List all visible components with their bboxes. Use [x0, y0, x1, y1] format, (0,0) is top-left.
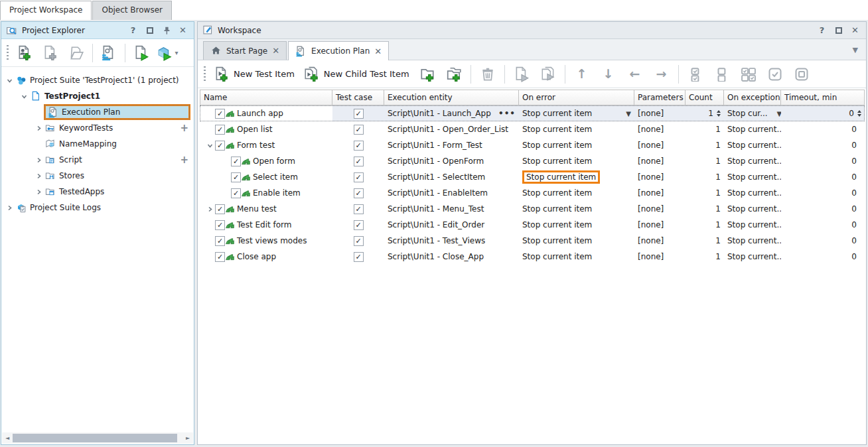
new-group-button[interactable] — [415, 63, 439, 86]
on-exception-cell[interactable]: Stop cur...▼ — [724, 105, 781, 121]
tree-expand-icon[interactable] — [4, 77, 15, 84]
execution-entity-cell[interactable]: Script\Unit1 - EnableItem — [384, 185, 519, 201]
column-header-timeout-min[interactable]: Timeout, min — [781, 90, 865, 105]
enable-checkbox-button[interactable] — [763, 63, 787, 86]
timeout-cell[interactable]: 0 — [781, 153, 865, 169]
uncheck-all-button[interactable] — [710, 63, 734, 86]
checkbox[interactable]: ✓ — [215, 125, 225, 135]
toolbar-grip[interactable] — [7, 45, 9, 61]
timeout-cell[interactable]: 0 — [781, 201, 865, 217]
column-header-test-case[interactable]: Test case — [332, 90, 384, 105]
pin-button[interactable] — [160, 25, 173, 36]
doc-tab-execution-plan[interactable]: Execution Plan✕ — [288, 41, 389, 60]
tab-project-workspace[interactable]: Project Workspace — [0, 1, 92, 20]
checkbox[interactable]: ✓ — [215, 109, 225, 119]
close-panel-button[interactable]: ✕ — [849, 25, 861, 36]
name-cell[interactable]: ✓Menu test — [200, 201, 332, 217]
checkbox[interactable]: ✓ — [231, 188, 241, 198]
test-case-cell[interactable]: ✓ — [332, 153, 384, 169]
spinner-control[interactable] — [717, 110, 721, 117]
test-item-row-test-edit-form[interactable]: ✓Test Edit form✓Script\Unit1 - Edit_Orde… — [200, 217, 865, 233]
name-cell[interactable]: ✓Launch app — [200, 105, 332, 121]
name-cell[interactable]: ✓Form test — [200, 137, 332, 153]
test-item-row-menu-test[interactable]: ✓Menu test✓Script\Unit1 - Menu_TestStop … — [200, 201, 865, 217]
tree-expand-icon[interactable] — [33, 157, 44, 164]
close-tab-icon[interactable]: ✕ — [272, 46, 279, 56]
tree-item-project-suite-logs[interactable]: Project Suite Logs — [1, 200, 194, 216]
on-exception-cell[interactable]: Stop current... — [724, 185, 781, 201]
name-cell[interactable]: ✓Open list — [200, 121, 332, 137]
horizontal-scrollbar[interactable]: ◄ ► — [2, 432, 193, 444]
run-selected-item-button[interactable] — [510, 63, 534, 86]
timeout-cell[interactable]: 0 — [781, 105, 865, 121]
count-cell[interactable]: 1 — [686, 233, 724, 249]
column-header-count[interactable]: Count — [686, 90, 724, 105]
count-cell[interactable]: 1 — [686, 153, 724, 169]
move-right-button[interactable]: → — [650, 63, 674, 86]
on-error-cell[interactable]: Stop current item — [519, 217, 634, 233]
tree-expand-icon[interactable] — [33, 172, 44, 180]
on-exception-cell[interactable]: Stop current... — [724, 153, 781, 169]
checkbox[interactable]: ✓ — [354, 125, 364, 135]
timeout-cell[interactable]: 0 — [781, 169, 865, 185]
add-new-project-button[interactable] — [13, 42, 36, 64]
column-header-execution-entity[interactable]: Execution entity — [384, 90, 519, 105]
name-cell[interactable]: ✓Close app — [200, 249, 332, 265]
close-panel-button[interactable]: ✕ — [177, 25, 189, 36]
disable-checkbox-button[interactable] — [790, 63, 814, 86]
on-exception-cell[interactable]: Stop current... — [724, 201, 781, 217]
on-error-cell[interactable]: Stop current item — [519, 121, 634, 137]
on-error-cell[interactable]: Stop current item — [519, 169, 634, 185]
tree-item-namemapping[interactable]: NameMapping — [1, 136, 194, 152]
execution-entity-cell[interactable]: Script\Unit1 - Menu_Test — [384, 201, 519, 217]
test-case-cell[interactable]: ✓ — [332, 201, 384, 217]
count-cell[interactable]: 1 — [686, 169, 724, 185]
row-expand-icon[interactable] — [205, 142, 215, 149]
tree-item-execution-plan[interactable]: Execution Plan — [1, 104, 194, 120]
run-project-button[interactable] — [129, 42, 153, 64]
checkbox[interactable]: ✓ — [354, 157, 364, 166]
timeout-cell[interactable]: 0 — [781, 185, 865, 201]
on-error-cell[interactable]: Stop current item — [519, 233, 634, 249]
organize-tests-button[interactable] — [97, 42, 121, 64]
dropdown-caret-icon[interactable]: ▼ — [626, 110, 631, 117]
on-error-cell[interactable]: Stop current item — [519, 153, 634, 169]
count-cell[interactable]: 1 — [686, 249, 724, 265]
tree-expand-icon[interactable] — [33, 188, 44, 196]
tree-item-testproject1[interactable]: TestProject1 — [1, 88, 194, 104]
on-exception-cell[interactable]: Stop current... — [724, 169, 781, 185]
tree-item-script[interactable]: Script+ — [1, 152, 194, 168]
test-case-cell[interactable]: ✓ — [332, 137, 384, 153]
check-all-button[interactable] — [684, 63, 707, 86]
on-exception-cell[interactable]: Stop current... — [724, 217, 781, 233]
column-header-on-exception[interactable]: On exception — [724, 90, 781, 105]
add-button[interactable]: + — [177, 122, 191, 134]
on-exception-cell[interactable]: Stop current... — [724, 249, 781, 265]
test-item-row-open-list[interactable]: ✓Open list✓Script\Unit1 - Open_Order_Lis… — [200, 121, 865, 137]
checkbox[interactable]: ✓ — [231, 172, 241, 182]
tree-item-stores[interactable]: Stores — [1, 168, 194, 184]
test-case-cell[interactable]: ✓ — [332, 217, 384, 233]
timeout-cell[interactable]: 0 — [781, 233, 865, 249]
count-cell[interactable]: 1 — [686, 217, 724, 233]
execution-entity-cell[interactable]: Script\Unit1 - Close_App — [384, 249, 519, 265]
execution-entity-cell[interactable]: Script\Unit1 - OpenForm — [384, 153, 519, 169]
checkbox[interactable]: ✓ — [354, 236, 364, 246]
on-error-cell[interactable]: Stop current item — [519, 201, 634, 217]
toolbar-grip[interactable] — [204, 66, 206, 82]
parameters-cell[interactable]: [none] — [634, 137, 686, 153]
checkbox[interactable]: ✓ — [231, 157, 241, 166]
new-test-item-button[interactable]: New Test Item — [210, 64, 298, 84]
test-case-cell[interactable]: ✓ — [332, 249, 384, 265]
on-exception-cell[interactable]: Stop current... — [724, 121, 781, 137]
on-exception-cell[interactable]: Stop current... — [724, 137, 781, 153]
parameters-cell[interactable]: [none] — [634, 249, 686, 265]
delete-item-button[interactable] — [476, 63, 500, 86]
doc-tab-start-page[interactable]: Start Page✕ — [203, 41, 287, 60]
add-button[interactable]: + — [177, 154, 191, 166]
count-cell[interactable]: 1 — [686, 201, 724, 217]
checkbox[interactable]: ✓ — [354, 252, 364, 262]
on-error-cell[interactable]: Stop current item — [519, 249, 634, 265]
run-marked-items-button[interactable] — [536, 63, 560, 86]
tree-expand-icon[interactable] — [4, 204, 15, 212]
